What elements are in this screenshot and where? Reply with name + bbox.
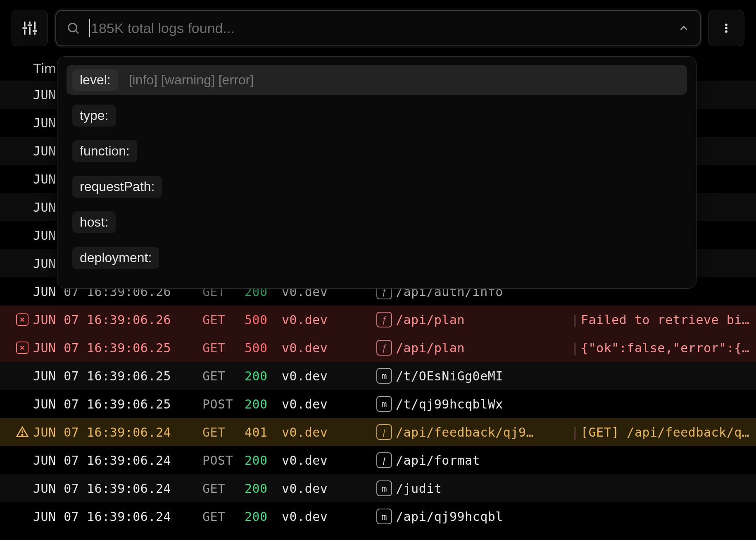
log-method: POST xyxy=(202,397,245,411)
suggestion-deployment[interactable]: deployment: xyxy=(67,243,687,272)
log-status-code: 200 xyxy=(245,481,282,496)
dots-vertical-icon xyxy=(720,20,732,36)
log-row[interactable]: JUN 07 16:39:06.24POST200v0.devf/api/for… xyxy=(0,446,756,474)
log-timestamp: JUN 07 16:39:06.25 xyxy=(33,369,202,383)
suggestion-requestPath[interactable]: requestPath: xyxy=(67,172,687,201)
suggestion-type[interactable]: type: xyxy=(67,100,687,130)
function-icon: f xyxy=(376,340,392,356)
log-status-code: 401 xyxy=(245,425,282,440)
function-icon: f xyxy=(376,424,392,440)
sliders-icon xyxy=(21,19,38,37)
log-timestamp: JUN 07 16:39:06.24 xyxy=(33,509,202,524)
log-status-code: 200 xyxy=(245,397,282,411)
log-row[interactable]: JUN 07 16:39:06.24GET401v0.devf/api/feed… xyxy=(0,418,756,446)
suggestion-chip: requestPath: xyxy=(72,176,162,198)
log-method: GET xyxy=(202,369,245,383)
log-host: v0.dev xyxy=(282,313,373,327)
log-host: v0.dev xyxy=(282,425,373,440)
log-path: /api/qj99hcqbl xyxy=(396,509,569,524)
suggestion-chip: deployment: xyxy=(72,247,159,269)
svg-point-19 xyxy=(22,434,23,435)
separator: | xyxy=(569,313,581,327)
log-timestamp: JUN 07 16:39:06.24 xyxy=(33,481,202,496)
log-kind-badge: f xyxy=(373,452,396,468)
middleware-icon: m xyxy=(376,368,392,384)
log-method: GET xyxy=(202,341,245,355)
log-host: v0.dev xyxy=(282,341,373,355)
log-kind-badge: m xyxy=(373,396,396,412)
middleware-icon: m xyxy=(376,480,392,496)
function-icon: f xyxy=(376,312,392,327)
log-path: /t/qj99hcqblWx xyxy=(396,397,569,411)
suggestion-hint: [info] [warning] [error] xyxy=(129,72,254,88)
log-timestamp: JUN 07 16:39:06.25 xyxy=(33,397,202,411)
log-status-code: 200 xyxy=(245,369,282,383)
log-method: GET xyxy=(202,509,245,524)
log-method: POST xyxy=(202,453,245,468)
suggestion-function[interactable]: function: xyxy=(67,136,687,166)
log-row[interactable]: JUN 07 16:39:06.24GET200v0.devm/judit xyxy=(0,474,756,502)
log-timestamp: JUN 07 16:39:06.24 xyxy=(33,425,202,440)
search-suggestions-dropdown: level:[info] [warning] [error]type:funct… xyxy=(57,56,697,289)
log-timestamp: JUN 07 16:39:06.26 xyxy=(33,313,202,327)
middleware-icon: m xyxy=(376,396,392,412)
log-host: v0.dev xyxy=(282,509,373,524)
log-timestamp: JUN 07 16:39:06.25 xyxy=(33,341,202,355)
svg-point-12 xyxy=(725,27,727,29)
log-path: /api/format xyxy=(396,453,569,468)
suggestion-chip: level: xyxy=(72,69,118,91)
log-row[interactable]: JUN 07 16:39:06.26GET500v0.devf/api/plan… xyxy=(0,306,756,334)
suggestion-host[interactable]: host: xyxy=(67,207,687,237)
log-message: {"ok":false,"error":{"messa xyxy=(581,341,756,355)
text-cursor xyxy=(89,19,90,37)
separator: | xyxy=(569,341,581,355)
separator: | xyxy=(569,425,581,440)
log-row[interactable]: JUN 07 16:39:06.24GET200v0.devm/api/qj99… xyxy=(0,502,756,530)
log-message: Failed to retrieve billing xyxy=(581,313,756,327)
log-path: /t/OEsNiGg0eMI xyxy=(396,369,569,383)
svg-line-10 xyxy=(76,31,78,33)
log-kind-badge: m xyxy=(373,368,396,384)
log-path: /api/feedback/qj9… xyxy=(396,425,569,440)
log-row[interactable]: JUN 07 16:39:06.25GET500v0.devf/api/plan… xyxy=(0,334,756,362)
log-row[interactable]: JUN 07 16:39:06.25GET200v0.devm/t/OEsNiG… xyxy=(0,362,756,390)
log-message: [GET] /api/feedback/qj99hcq xyxy=(581,425,756,440)
search-icon xyxy=(66,21,80,35)
error-icon xyxy=(12,313,33,326)
log-method: GET xyxy=(202,313,245,327)
topbar xyxy=(0,0,756,55)
log-path: /api/plan xyxy=(396,313,569,327)
svg-point-9 xyxy=(69,24,77,32)
log-host: v0.dev xyxy=(282,481,373,496)
log-path: /api/plan xyxy=(396,341,569,355)
chevron-up-icon[interactable] xyxy=(678,22,690,34)
log-method: GET xyxy=(202,425,245,440)
error-icon xyxy=(12,342,33,354)
log-status-code: 200 xyxy=(245,453,282,468)
more-menu-button[interactable] xyxy=(708,10,744,46)
log-kind-badge: m xyxy=(373,480,396,496)
suggestion-chip: type: xyxy=(72,105,116,127)
log-host: v0.dev xyxy=(282,397,373,411)
filter-sliders-button[interactable] xyxy=(12,10,48,46)
middleware-icon: m xyxy=(376,509,392,524)
log-row[interactable]: JUN 07 16:39:06.25POST200v0.devm/t/qj99h… xyxy=(0,390,756,418)
log-kind-badge: f xyxy=(373,312,396,327)
suggestion-chip: host: xyxy=(72,211,116,233)
log-method: GET xyxy=(202,481,245,496)
log-path: /judit xyxy=(396,481,569,496)
log-status-code: 500 xyxy=(245,341,282,355)
svg-point-13 xyxy=(725,30,727,33)
log-kind-badge: f xyxy=(373,340,396,356)
search-bar[interactable] xyxy=(55,10,701,46)
log-kind-badge: f xyxy=(373,424,396,440)
log-status-code: 200 xyxy=(245,509,282,524)
suggestion-level[interactable]: level:[info] [warning] [error] xyxy=(67,65,687,95)
search-input[interactable] xyxy=(91,20,668,36)
suggestion-chip: function: xyxy=(72,140,137,162)
function-icon: f xyxy=(376,452,392,468)
log-host: v0.dev xyxy=(282,369,373,383)
log-timestamp: JUN 07 16:39:06.24 xyxy=(33,453,202,468)
log-host: v0.dev xyxy=(282,453,373,468)
log-status-code: 500 xyxy=(245,313,282,327)
